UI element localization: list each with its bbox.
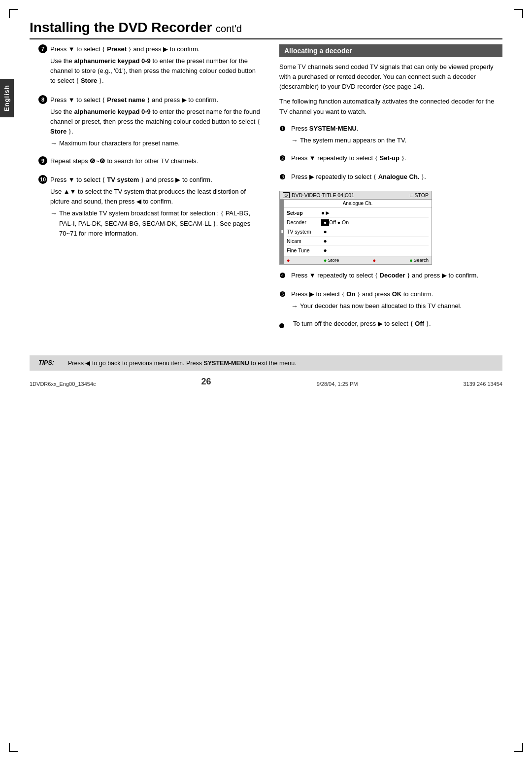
step-8-note-text: Maximum four characters for preset name. bbox=[59, 138, 180, 148]
content-columns: 7 Press ▼ to select { Preset } and press… bbox=[30, 44, 502, 338]
tv-menu-bottom-2: ● Store bbox=[324, 257, 339, 263]
right-step-2-text: Press ▼ repeatedly to select { Set-up }. bbox=[291, 153, 502, 163]
step-8-note: → Maximum four characters for preset nam… bbox=[50, 138, 262, 149]
step-9-text: Repeat steps ❻~❽ to search for other TV … bbox=[50, 156, 262, 166]
tips-label: TIPS: bbox=[38, 359, 63, 367]
footer-date: 9/28/04, 1:25 PM bbox=[317, 381, 358, 387]
bullet-dot-icon bbox=[279, 321, 287, 330]
decoder-highlight: ● bbox=[321, 219, 329, 226]
tv-menu-dot-setup: ●► bbox=[321, 209, 329, 216]
bullet-step-text: To turn off the decoder, press ▶ to sele… bbox=[293, 319, 502, 329]
right-step-3: ❸ Press ▶ repeatedly to select { Analogu… bbox=[279, 172, 502, 184]
step-8-header: 8 Press ▼ to select { Preset name } and … bbox=[38, 95, 262, 149]
corner-bl bbox=[9, 743, 18, 752]
step-10-text2: Use ▲▼ to select the TV system that prod… bbox=[50, 187, 262, 207]
step-8-text2: Use the alphanumeric keypad 0-9 to enter… bbox=[50, 107, 262, 137]
tv-menu-value-decoder: Off ● On bbox=[329, 219, 429, 225]
right-step-5: ❺ Press ▶ to select { On } and press OK … bbox=[279, 289, 502, 312]
right-step-5-content: Press ▶ to select { On } and press OK to… bbox=[291, 289, 502, 312]
step-10-text1: Press ▼ to select { TV system } and pres… bbox=[50, 175, 262, 185]
tv-menu-bottom-bar: ● ● Store ● ● Search bbox=[284, 256, 432, 264]
tv-menu-row-tvsystem: TV system ● bbox=[287, 227, 429, 237]
tv-menu-bottom-4: ● Search bbox=[409, 257, 429, 263]
page-title: Installing the DVD Recorder cont'd bbox=[30, 20, 502, 39]
tv-menu-main: Analogue Ch. Set-up ●► Decoder bbox=[284, 200, 432, 264]
bullet-step-header: To turn off the decoder, press ▶ to sele… bbox=[279, 319, 502, 331]
step-9-content: Repeat steps ❻~❽ to search for other TV … bbox=[50, 156, 262, 168]
step-10: 10 Press ▼ to select { TV system } and p… bbox=[38, 175, 262, 239]
right-step-1: ❶ Press SYSTEM-MENU. → The system menu a… bbox=[279, 124, 502, 146]
tv-menu-row-nicam: Nicam ● bbox=[287, 237, 429, 246]
intro-1: Some TV channels send coded TV signals t… bbox=[279, 62, 502, 92]
bullet-step-content: To turn off the decoder, press ▶ to sele… bbox=[293, 319, 502, 331]
tv-menu-body: ▮ Analogue Ch. Set-up ●► bbox=[280, 200, 432, 264]
right-step-5-note1: → Your decoder has now been allocated to… bbox=[291, 301, 502, 312]
left-column: 7 Press ▼ to select { Preset } and press… bbox=[30, 44, 262, 338]
step-7-header: 7 Press ▼ to select { Preset } and press… bbox=[38, 44, 262, 88]
right-step-4: ❹ Press ▼ repeatedly to select { Decoder… bbox=[279, 271, 502, 282]
step-8: 8 Press ▼ to select { Preset name } and … bbox=[38, 95, 262, 149]
footer-product-id: 3139 246 13454 bbox=[463, 381, 502, 387]
right-step-1-text: Press SYSTEM-MENU. bbox=[291, 124, 502, 134]
step-7-text2: Use the alphanumeric keypad 0-9 to enter… bbox=[50, 56, 262, 86]
tv-menu-bottom-3: ● bbox=[372, 257, 376, 263]
corner-br bbox=[514, 743, 523, 752]
tv-menu-top-left: ⊙ DVD-VIDEO-TITLE 04|C01 bbox=[283, 192, 354, 198]
tv-menu-row-setup: Set-up ●► bbox=[287, 208, 429, 218]
step-9-header: 9 Repeat steps ❻~❽ to search for other T… bbox=[38, 156, 262, 168]
arrow-icon: → bbox=[50, 138, 57, 149]
tv-menu-title: Analogue Ch. bbox=[284, 200, 432, 208]
tv-menu-label-finetune: Fine Tune bbox=[287, 247, 321, 253]
right-step-3-num: ❸ bbox=[279, 172, 289, 183]
arrow-icon-2: → bbox=[50, 208, 57, 219]
tv-menu-label-tvsystem: TV system bbox=[287, 229, 321, 235]
tv-menu-dot-finetune: ● bbox=[321, 247, 329, 254]
right-step-1-num: ❶ bbox=[279, 124, 289, 135]
step-10-num: 10 bbox=[38, 175, 47, 184]
tv-menu-label-nicam: Nicam bbox=[287, 238, 321, 244]
right-column: Allocating a decoder Some TV channels se… bbox=[279, 44, 502, 338]
tv-menu-top-title: DVD-VIDEO-TITLE 04|C01 bbox=[292, 192, 354, 198]
right-step-1-header: ❶ Press SYSTEM-MENU. → The system menu a… bbox=[279, 124, 502, 146]
corner-tr bbox=[514, 9, 523, 18]
step-7: 7 Press ▼ to select { Preset } and press… bbox=[38, 44, 262, 88]
right-step-5-num: ❺ bbox=[279, 289, 289, 300]
page-wrapper: English Installing the DVD Recorder cont… bbox=[0, 0, 532, 761]
section-heading: Allocating a decoder bbox=[279, 44, 502, 57]
page-title-main: Installing the DVD Recorder bbox=[30, 20, 212, 35]
tv-menu-label-setup: Set-up bbox=[287, 210, 321, 216]
corner-tl bbox=[9, 9, 18, 18]
right-step-3-header: ❸ Press ▶ repeatedly to select { Analogu… bbox=[279, 172, 502, 184]
tv-menu-left-bar: ▮ bbox=[280, 200, 284, 264]
tv-menu-row-decoder: Decoder ● Off ● On bbox=[287, 218, 429, 227]
tips-bar: TIPS: Press ◀ to go back to previous men… bbox=[30, 355, 502, 371]
right-step-5-header: ❺ Press ▶ to select { On } and press OK … bbox=[279, 289, 502, 312]
tv-menu-stop: □ STOP bbox=[410, 192, 429, 198]
arrow-icon-3: → bbox=[291, 136, 298, 146]
tv-menu-rows: Set-up ●► Decoder ● Off ● On bbox=[284, 208, 432, 256]
right-step-4-content: Press ▼ repeatedly to select { Decoder }… bbox=[291, 271, 502, 282]
step-7-text1: Press ▼ to select { Preset } and press ▶… bbox=[50, 44, 262, 54]
bullet-step: To turn off the decoder, press ▶ to sele… bbox=[279, 319, 502, 331]
right-step-5-note1-text: Your decoder has now been allocated to t… bbox=[300, 301, 462, 311]
step-8-num: 8 bbox=[38, 95, 47, 104]
tips-text: Press ◀ to go back to previous menu item… bbox=[68, 359, 297, 367]
right-step-3-text: Press ▶ repeatedly to select { Analogue … bbox=[291, 172, 502, 182]
intro-2: The following function automatically act… bbox=[279, 97, 502, 116]
step-9-num: 9 bbox=[38, 156, 47, 165]
footer-doc-id: 1DVDR6xx_Eng00_13454c bbox=[30, 381, 96, 387]
step-7-num: 7 bbox=[38, 44, 47, 53]
right-step-2-header: ❷ Press ▼ repeatedly to select { Set-up … bbox=[279, 153, 502, 165]
step-8-text1: Press ▼ to select { Preset name } and pr… bbox=[50, 95, 262, 105]
right-step-2-num: ❷ bbox=[279, 153, 289, 164]
arrow-icon-4: → bbox=[291, 301, 298, 312]
step-10-note1: → The available TV system broadcast form… bbox=[50, 208, 262, 238]
right-step-2-content: Press ▼ repeatedly to select { Set-up }. bbox=[291, 153, 502, 165]
tv-menu-diagram: ⊙ DVD-VIDEO-TITLE 04|C01 □ STOP ▮ Analog… bbox=[279, 191, 432, 265]
tv-menu-left-bar-label: ▮ bbox=[280, 229, 284, 234]
dvd-icon: ⊙ bbox=[283, 192, 290, 198]
right-step-4-header: ❹ Press ▼ repeatedly to select { Decoder… bbox=[279, 271, 502, 282]
right-step-1-content: Press SYSTEM-MENU. → The system menu app… bbox=[291, 124, 502, 146]
step-10-content: Press ▼ to select { TV system } and pres… bbox=[50, 175, 262, 239]
language-tab: English bbox=[0, 79, 14, 117]
